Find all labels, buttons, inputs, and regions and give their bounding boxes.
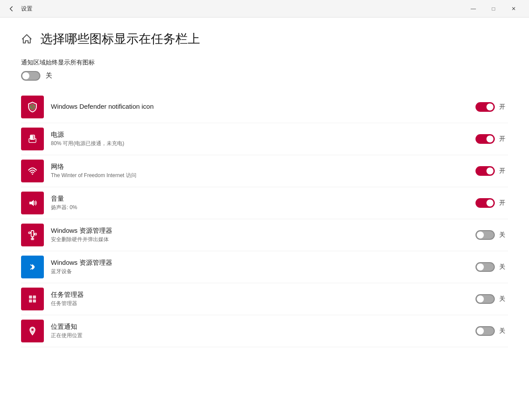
explorer2-name: Windows 资源管理器 (51, 259, 475, 267)
location-text: 位置通知 正在使用位置 (51, 323, 475, 339)
toggle-knob (22, 72, 29, 79)
power-icon (21, 128, 44, 150)
list-item: 网络 The Winter of Freedom Internet 访问 开 (21, 155, 508, 187)
power-name: 电源 (51, 131, 475, 139)
location-toggle[interactable] (475, 326, 495, 336)
network-text: 网络 The Winter of Freedom Internet 访问 (51, 163, 475, 179)
page-header: 选择哪些图标显示在任务栏上 (21, 32, 508, 46)
taskmgr-state: 关 (499, 295, 508, 303)
always-show-toggle-wrap: 关 (21, 71, 508, 81)
volume-desc: 扬声器: 0% (51, 204, 475, 211)
list-item: Windows Defender notification icon 开 (21, 91, 508, 123)
volume-name: 音量 (51, 195, 475, 203)
section-label: 通知区域始终显示所有图标 (21, 59, 508, 67)
svg-rect-12 (29, 295, 32, 299)
location-state: 关 (499, 327, 508, 335)
defender-text: Windows Defender notification icon (51, 103, 475, 111)
volume-state: 开 (499, 199, 508, 207)
location-icon (21, 320, 44, 342)
defender-toggle[interactable] (475, 102, 495, 112)
svg-rect-15 (33, 299, 36, 303)
toggle-knob (477, 263, 484, 271)
list-item: 位置通知 正在使用位置 关 (21, 315, 508, 347)
toggle-knob (477, 295, 484, 303)
toggle-knob (486, 167, 493, 174)
svg-point-9 (29, 232, 30, 234)
list-item: Windows 资源管理器 安全删除硬件并弹出媒体 关 (21, 219, 508, 251)
titlebar: 设置 — □ ✕ (0, 0, 529, 18)
toggle-knob (486, 135, 493, 142)
explorer2-state: 关 (499, 263, 508, 271)
bluetooth-icon (21, 256, 44, 278)
explorer2-toggle[interactable] (475, 262, 495, 272)
explorer1-text: Windows 资源管理器 安全删除硬件并弹出媒体 (51, 227, 475, 243)
taskmgr-desc: 任务管理器 (51, 300, 475, 307)
explorer1-control: 关 (475, 230, 508, 240)
explorer1-state: 关 (499, 231, 508, 239)
svg-rect-7 (31, 238, 34, 240)
power-control: 开 (475, 134, 508, 144)
always-show-toggle-label: 关 (46, 71, 52, 80)
svg-rect-6 (31, 231, 34, 237)
page-title: 选择哪些图标显示在任务栏上 (40, 32, 200, 46)
taskmgr-icon (21, 288, 44, 310)
back-button[interactable] (5, 3, 18, 15)
location-control: 关 (475, 326, 508, 336)
list-item: 音量 扬声器: 0% 开 (21, 187, 508, 219)
network-control: 开 (475, 166, 508, 176)
network-icon (21, 160, 44, 182)
always-show-toggle[interactable] (21, 71, 40, 81)
usb-icon (21, 224, 44, 246)
network-name: 网络 (51, 163, 475, 171)
titlebar-controls: — □ ✕ (463, 0, 524, 18)
location-desc: 正在使用位置 (51, 332, 475, 339)
taskmgr-toggle[interactable] (475, 294, 495, 304)
network-toggle[interactable] (475, 166, 495, 176)
defender-state: 开 (499, 103, 508, 111)
icon-item-list: Windows Defender notification icon 开 (21, 91, 508, 347)
svg-rect-11 (35, 233, 36, 235)
network-desc: The Winter of Freedom Internet 访问 (51, 172, 475, 179)
power-text: 电源 80% 可用(电源已接通，未充电) (51, 131, 475, 147)
toggle-knob (486, 103, 493, 110)
maximize-button[interactable]: □ (483, 0, 504, 18)
svg-rect-14 (29, 299, 32, 303)
close-button[interactable]: ✕ (504, 0, 524, 18)
minimize-button[interactable]: — (463, 0, 483, 18)
home-icon (21, 33, 32, 45)
titlebar-title: 设置 (21, 5, 463, 13)
volume-icon (21, 192, 44, 214)
explorer1-toggle[interactable] (475, 230, 495, 240)
taskmgr-text: 任务管理器 任务管理器 (51, 291, 475, 307)
explorer2-control: 关 (475, 262, 508, 272)
power-desc: 80% 可用(电源已接通，未充电) (51, 140, 475, 147)
svg-marker-5 (29, 200, 34, 206)
window: 设置 — □ ✕ 选择哪些图标显示在任务栏上 通知区域始终显示所有图标 关 (0, 0, 529, 420)
toggle-knob (486, 199, 493, 206)
location-name: 位置通知 (51, 323, 475, 331)
toggle-knob (477, 327, 484, 335)
svg-point-16 (32, 328, 34, 331)
volume-toggle[interactable] (475, 198, 495, 208)
defender-icon (21, 96, 44, 118)
defender-name: Windows Defender notification icon (51, 103, 475, 110)
volume-text: 音量 扬声器: 0% (51, 195, 475, 211)
explorer2-desc: 蓝牙设备 (51, 268, 475, 275)
volume-control: 开 (475, 198, 508, 208)
content-area: 选择哪些图标显示在任务栏上 通知区域始终显示所有图标 关 (0, 18, 529, 420)
taskmgr-name: 任务管理器 (51, 291, 475, 299)
list-item: 任务管理器 任务管理器 关 (21, 283, 508, 315)
power-state: 开 (499, 135, 508, 143)
explorer2-text: Windows 资源管理器 蓝牙设备 (51, 259, 475, 275)
list-item: 电源 80% 可用(电源已接通，未充电) 开 (21, 123, 508, 155)
toggle-knob (477, 231, 484, 238)
network-state: 开 (499, 167, 508, 175)
svg-point-4 (32, 173, 33, 174)
taskmgr-control: 关 (475, 294, 508, 304)
explorer1-name: Windows 资源管理器 (51, 227, 475, 235)
power-toggle[interactable] (475, 134, 495, 144)
svg-rect-13 (33, 295, 36, 299)
defender-control: 开 (475, 102, 508, 112)
explorer1-desc: 安全删除硬件并弹出媒体 (51, 236, 475, 243)
list-item: Windows 资源管理器 蓝牙设备 关 (21, 251, 508, 283)
